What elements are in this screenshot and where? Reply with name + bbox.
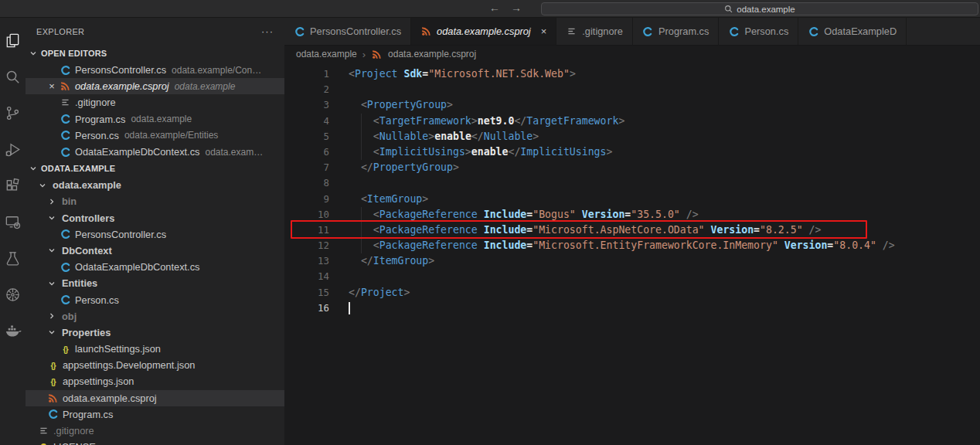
tree-folder-obj[interactable]: obj [26,308,284,324]
breadcrumb-separator: › [362,49,366,60]
chevron-right-icon [47,197,58,206]
tree-file-launchsettings.json[interactable]: {}launchSettings.json [26,341,284,357]
code-text[interactable]: <ImplicitUsings>enable</ImplicitUsings> [340,144,980,160]
breadcrumb: odata.example › odata.example.csproj [284,46,980,63]
activity-kubernetes-icon[interactable] [0,277,26,313]
tree-folder-properties[interactable]: Properties [26,324,284,341]
tree-file-odata.example.csproj[interactable]: odata.example.csproj [26,390,284,406]
title-bar: ← → odata.example [0,0,980,18]
workspace-header[interactable]: ODATA.EXAMPLE [26,160,284,177]
code-text[interactable]: </PropertyGroup> [340,160,980,175]
chevron-right-icon [47,311,58,321]
code-line-13: 13 </ItemGroup> [284,253,980,269]
tab-odata.example.csproj[interactable]: odata.example.csproj× [411,18,556,45]
code-line-16: 16 [284,301,980,316]
tree-file-person.cs[interactable]: Person.cs [26,291,284,307]
code-text[interactable]: <TargetFramework>net9.0</TargetFramework… [340,114,980,129]
gitignore-icon [60,97,71,108]
code-text[interactable]: <Nullable>enable</Nullable> [340,129,980,144]
activity-docker-icon[interactable] [0,313,26,349]
tab-.gitignore[interactable]: .gitignore [556,18,633,45]
chevron-down-icon [47,328,58,337]
explorer-title: EXPLORER [36,27,84,36]
tree-folder-bin[interactable]: bin [26,193,284,209]
tree-file-appsettings.json[interactable]: {}appsettings.json [26,373,284,389]
gitignore-icon [38,425,49,437]
code-line-12: 12 <PackageReference Include="Microsoft.… [284,238,980,253]
code-line-14: 14 [284,269,980,284]
csproj-icon [60,80,71,92]
activity-testing-icon[interactable] [0,240,26,277]
open-editors-header[interactable]: OPEN EDITORS [26,45,284,62]
chevron-down-icon [47,246,58,255]
csproj-icon [371,49,383,60]
tree-file-program.cs[interactable]: Program.cs [26,406,284,423]
code-text[interactable]: <ItemGroup> [340,192,980,207]
csharp-icon [60,146,71,158]
tab-odataexampled[interactable]: OdataExampleD [798,18,907,45]
activity-source-control-icon[interactable] [0,95,26,131]
tree-folder-dbcontext[interactable]: DbContext [26,243,284,259]
tree-folder-odata.example[interactable]: odata.example [26,177,284,193]
line-number: 15 [284,285,340,301]
code-line-4: 4 <TargetFramework>net9.0</TargetFramewo… [284,114,980,129]
gitignore-icon [566,25,577,37]
sidebar-header: EXPLORER ··· [26,18,284,45]
activity-explorer-icon[interactable] [0,22,26,59]
nav-back-icon[interactable]: ← [487,0,502,17]
code-text[interactable]: <PropertyGroup> [340,97,980,113]
code-text[interactable] [340,301,980,316]
tree-folder-controllers[interactable]: Controllers [26,210,284,226]
license-icon [38,441,49,445]
breadcrumb-folder[interactable]: odata.example [296,49,357,59]
open-editor-item[interactable]: .gitignore [26,94,284,110]
close-icon[interactable]: × [44,80,60,92]
chevron-down-icon [47,213,58,222]
breadcrumb-file[interactable]: odata.example.csproj [388,49,476,59]
tab-program.cs[interactable]: Program.cs [633,18,719,45]
open-editor-item[interactable]: Program.csodata.example [26,111,284,127]
tab-person.cs[interactable]: Person.cs [719,18,798,45]
code-line-5: 5 <Nullable>enable</Nullable> [284,129,980,144]
nav-forward-icon[interactable]: → [509,0,524,17]
code-text[interactable] [340,82,980,97]
csharp-icon [60,130,71,141]
activity-bar [0,18,26,445]
tree-file-license[interactable]: LICENSE [26,439,284,445]
activity-search-icon[interactable] [0,59,26,95]
command-center-search[interactable]: odata.example [541,2,978,15]
tree-file-personscontroller.cs[interactable]: PersonsController.cs [26,226,284,243]
more-actions-icon[interactable]: ··· [261,25,274,37]
code-text[interactable] [340,175,980,191]
code-text[interactable]: </ItemGroup> [340,253,980,269]
open-editor-item[interactable]: OdataExampleDbContext.csodata.exam… [26,144,284,160]
line-number: 16 [284,301,340,316]
csharp-icon [60,114,71,125]
tab-bar: PersonsController.csodata.example.csproj… [284,18,980,46]
json-icon: {} [47,359,59,371]
activity-remote-explorer-icon[interactable] [0,204,26,240]
csharp-icon [808,25,819,37]
csharp-icon [728,25,740,37]
open-editor-item[interactable]: Person.csodata.example/Entities [26,127,284,144]
tree-file-odataexampledbcontext.cs[interactable]: OdataExampleDbContext.cs [26,259,284,275]
code-text[interactable]: </Project> [340,285,980,301]
csharp-icon [294,25,305,37]
open-editor-item[interactable]: ×odata.example.csprojodata.example [26,78,284,94]
code-editor[interactable]: 1<Project Sdk="Microsoft.NET.Sdk.Web">23… [284,63,980,445]
tree-file-.gitignore[interactable]: .gitignore [26,423,284,439]
open-editor-item[interactable]: PersonsController.csodata.example/Con… [26,62,284,78]
explorer-sidebar: EXPLORER ··· OPEN EDITORS PersonsControl… [26,18,285,445]
code-line-6: 6 <ImplicitUsings>enable</ImplicitUsings… [284,144,980,160]
csproj-icon [47,392,59,404]
code-text[interactable]: <PackageReference Include="Microsoft.Ent… [340,238,980,253]
tree-file-appsettings.development.json[interactable]: {}appsettings.Development.json [26,357,284,373]
tab-personscontroller.cs[interactable]: PersonsController.cs [284,18,411,45]
activity-run-debug-icon[interactable] [0,131,26,168]
code-line-3: 3 <PropertyGroup> [284,97,980,113]
code-text[interactable]: <Project Sdk="Microsoft.NET.Sdk.Web"> [340,66,980,82]
code-text[interactable] [340,269,980,284]
close-icon[interactable]: × [541,25,547,37]
activity-extensions-icon[interactable] [0,168,26,204]
tree-folder-entities[interactable]: Entities [26,275,284,291]
